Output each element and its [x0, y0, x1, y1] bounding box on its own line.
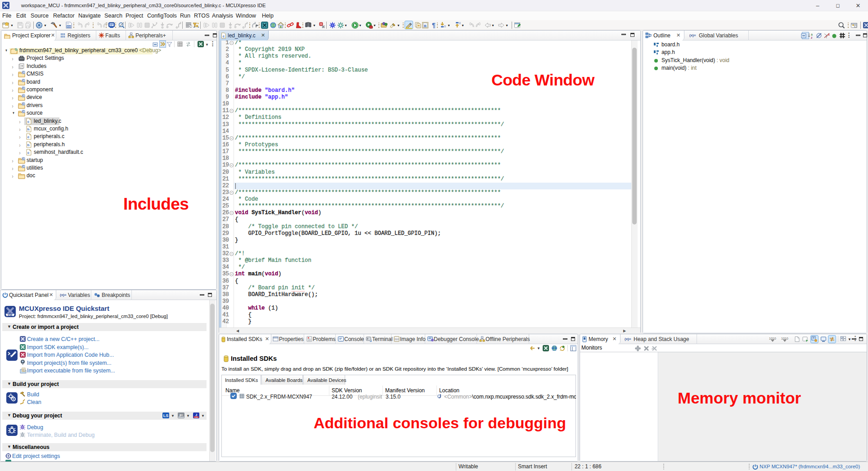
svg-text:P²: P²	[180, 414, 183, 417]
svg-text:c: c	[27, 135, 30, 139]
svg-text:C: C	[22, 94, 25, 97]
svg-text:C: C	[22, 110, 25, 113]
svg-text:C: C	[22, 87, 25, 90]
svg-text:c: c	[27, 120, 30, 124]
svg-text:c: c	[223, 34, 225, 38]
svg-text:C: C	[22, 103, 25, 105]
svg-text:h: h	[27, 127, 30, 131]
svg-text:C: C	[22, 368, 25, 372]
svg-text:LS: LS	[163, 413, 169, 418]
svg-text:C: C	[22, 157, 25, 160]
svg-text:z: z	[811, 36, 813, 39]
svg-text:B: B	[424, 24, 427, 28]
svg-text:h: h	[27, 143, 30, 147]
svg-text:C: C	[22, 79, 25, 82]
svg-text:c: c	[27, 151, 30, 155]
svg-text:IDE: IDE	[8, 314, 13, 317]
svg-text:a: a	[811, 33, 813, 36]
svg-text:¶: ¶	[432, 22, 436, 29]
svg-text:C: C	[22, 71, 25, 74]
svg-text:C: C	[22, 165, 25, 168]
svg-text:Link: Link	[195, 417, 198, 418]
svg-text:010: 010	[395, 338, 399, 341]
svg-text:010: 010	[67, 25, 71, 28]
